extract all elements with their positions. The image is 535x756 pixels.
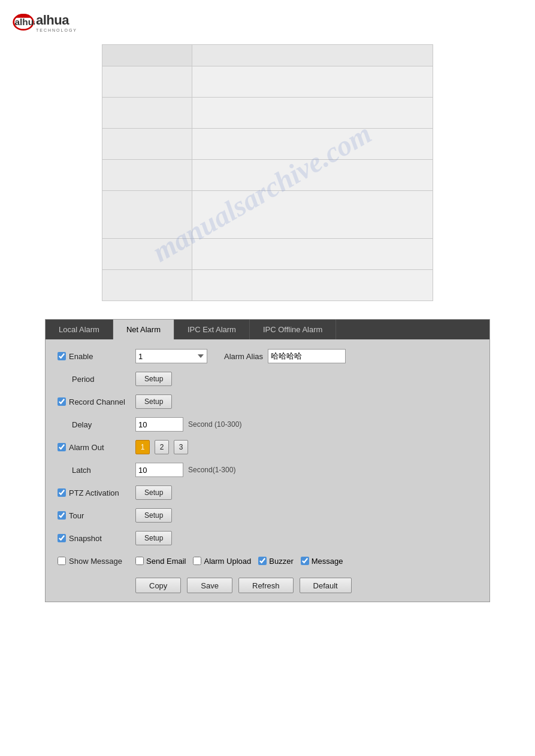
- alarm-out-label: Alarm Out: [69, 443, 104, 452]
- show-message-row: Show Message Send Email Alarm Upload Buz…: [58, 552, 477, 569]
- latch-row: Latch Second(1-300): [58, 462, 477, 478]
- record-channel-control-col: Setup: [135, 394, 477, 409]
- latch-input[interactable]: [135, 463, 183, 477]
- record-channel-row: Record Channel Setup: [58, 393, 477, 410]
- period-row: Period Setup: [58, 371, 477, 387]
- alarm-upload-label: Alarm Upload: [204, 557, 251, 566]
- period-control-col: Setup: [135, 372, 477, 386]
- alarm-out-btn-3[interactable]: 3: [174, 440, 188, 454]
- table-row: [102, 239, 433, 270]
- enable-label-col: Enable: [58, 352, 135, 361]
- delay-control-col: Second (10-300): [135, 417, 477, 432]
- record-channel-label: Record Channel: [69, 397, 125, 406]
- latch-label: Latch: [72, 466, 91, 475]
- ptz-activation-control-col: Setup: [135, 485, 477, 500]
- snapshot-label-col: Snapshot: [58, 534, 135, 543]
- record-channel-label-col: Record Channel: [58, 397, 135, 406]
- alarm-upload-item: Alarm Upload: [193, 557, 251, 566]
- save-button[interactable]: Save: [187, 578, 232, 593]
- delay-label-col: Delay: [58, 420, 135, 429]
- top-table-wrapper: manualsarchive.com: [102, 44, 433, 301]
- tour-control-col: Setup: [135, 508, 477, 523]
- message-checkbox[interactable]: [301, 557, 309, 565]
- ptz-activation-label: PTZ Activation: [69, 488, 119, 497]
- show-message-checkbox[interactable]: [58, 557, 66, 565]
- record-channel-setup-button[interactable]: Setup: [135, 394, 172, 409]
- tour-row: Tour Setup: [58, 507, 477, 524]
- snapshot-control-col: Setup: [135, 531, 477, 545]
- buzzer-item: Buzzer: [258, 557, 293, 566]
- logo-area: alhua alhua TECHNOLOGY: [0, 0, 535, 40]
- top-table: [102, 44, 433, 301]
- snapshot-setup-button[interactable]: Setup: [135, 531, 172, 545]
- alarm-out-btn-2[interactable]: 2: [155, 440, 169, 454]
- alarm-panel: Local Alarm Net Alarm IPC Ext Alarm IPC …: [45, 319, 490, 602]
- enable-label: Enable: [69, 352, 93, 361]
- delay-row: Delay Second (10-300): [58, 416, 477, 433]
- ptz-activation-checkbox[interactable]: [58, 488, 66, 497]
- tour-setup-button[interactable]: Setup: [135, 508, 172, 523]
- latch-unit: Second(1-300): [188, 466, 235, 474]
- snapshot-checkbox[interactable]: [58, 534, 66, 542]
- latch-label-col: Latch: [58, 466, 135, 475]
- default-button[interactable]: Default: [300, 578, 352, 593]
- enable-checkbox[interactable]: [58, 352, 66, 360]
- sub-checkboxes: Send Email Alarm Upload Buzzer Message: [135, 557, 343, 566]
- tour-label: Tour: [69, 511, 84, 520]
- enable-row: Enable 1 2 3 4 Alarm Alias: [58, 348, 477, 365]
- alarm-upload-checkbox[interactable]: [193, 557, 201, 565]
- table-row: [102, 160, 433, 191]
- panel-content: Enable 1 2 3 4 Alarm Alias Period Setup: [46, 348, 489, 593]
- show-message-label: Show Message: [69, 557, 122, 566]
- alarm-out-checkbox[interactable]: [58, 443, 66, 451]
- dahua-logo: alhua alhua TECHNOLOGY: [12, 11, 523, 34]
- alarm-alias-label: Alarm Alias: [224, 352, 263, 361]
- copy-button[interactable]: Copy: [135, 578, 181, 593]
- alarm-alias-input[interactable]: [268, 349, 346, 363]
- alarm-out-control-col: 1 2 3: [135, 440, 477, 454]
- send-email-item: Send Email: [135, 557, 186, 566]
- delay-unit: Second (10-300): [188, 420, 241, 429]
- tab-net-alarm[interactable]: Net Alarm: [113, 320, 174, 339]
- delay-input[interactable]: [135, 417, 183, 432]
- send-email-checkbox[interactable]: [135, 557, 144, 565]
- table-row: [102, 191, 433, 239]
- logo-icon: alhua: [12, 11, 35, 34]
- snapshot-label: Snapshot: [69, 534, 102, 543]
- table-row: [102, 129, 433, 160]
- alarm-out-btn-1[interactable]: 1: [135, 440, 150, 454]
- enable-dropdown[interactable]: 1 2 3 4: [135, 349, 207, 363]
- message-item: Message: [301, 557, 343, 566]
- ptz-activation-setup-button[interactable]: Setup: [135, 485, 172, 500]
- alarm-out-row: Alarm Out 1 2 3: [58, 439, 477, 456]
- table-row: [102, 270, 433, 301]
- svg-text:alhua: alhua: [15, 17, 35, 27]
- snapshot-row: Snapshot Setup: [58, 530, 477, 546]
- tab-local-alarm[interactable]: Local Alarm: [46, 320, 113, 339]
- buzzer-label: Buzzer: [269, 557, 293, 566]
- show-message-control-col: Send Email Alarm Upload Buzzer Message: [135, 557, 477, 566]
- latch-control-col: Second(1-300): [135, 463, 477, 477]
- table-row: [102, 66, 433, 98]
- alarm-out-label-col: Alarm Out: [58, 443, 135, 452]
- buzzer-checkbox[interactable]: [258, 557, 267, 565]
- record-channel-checkbox[interactable]: [58, 397, 66, 406]
- send-email-label: Send Email: [146, 557, 186, 566]
- message-label: Message: [312, 557, 343, 566]
- refresh-button[interactable]: Refresh: [238, 578, 294, 593]
- logo-tagline: TECHNOLOGY: [36, 28, 77, 32]
- tabs-row: Local Alarm Net Alarm IPC Ext Alarm IPC …: [46, 320, 489, 339]
- tour-checkbox[interactable]: [58, 511, 66, 520]
- table-row: [102, 98, 433, 129]
- delay-label: Delay: [72, 420, 92, 429]
- period-label-col: Period: [58, 375, 135, 384]
- ptz-activation-row: PTZ Activation Setup: [58, 484, 477, 501]
- logo-brand: alhua: [36, 13, 77, 28]
- period-setup-button[interactable]: Setup: [135, 372, 172, 386]
- table-row: [102, 45, 433, 66]
- tour-label-col: Tour: [58, 511, 135, 520]
- action-buttons-row: Copy Save Refresh Default: [135, 578, 477, 593]
- tab-ipc-ext-alarm[interactable]: IPC Ext Alarm: [174, 320, 250, 339]
- show-message-label-col: Show Message: [58, 557, 135, 566]
- tab-ipc-offline-alarm[interactable]: IPC Offline Alarm: [250, 320, 336, 339]
